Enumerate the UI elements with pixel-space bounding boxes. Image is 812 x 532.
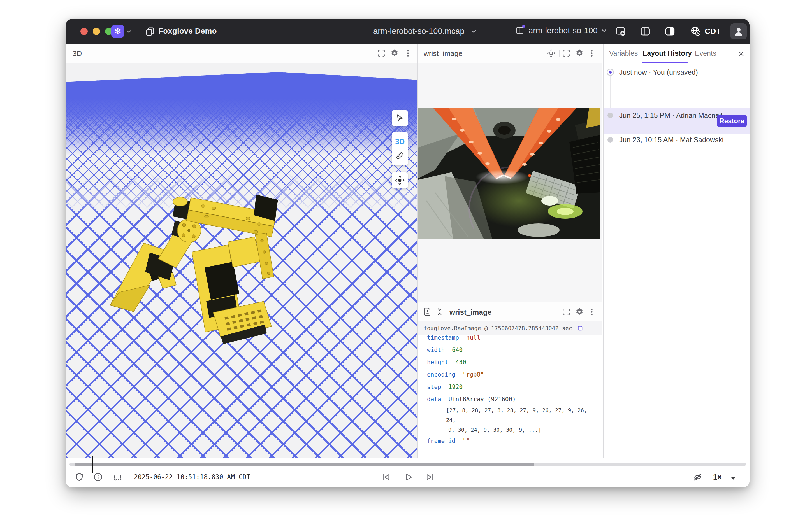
- scene-tools-card: 3D: [392, 132, 408, 165]
- scene-mode-3d-button[interactable]: 3D: [395, 137, 405, 146]
- fullscreen-icon[interactable]: [562, 308, 571, 317]
- playback-timestamp[interactable]: 2025-06-22 10:51:18.830 AM CDT: [134, 473, 250, 481]
- panel-title-raw-messages: wrist_image: [449, 308, 491, 317]
- pointer-tool-button[interactable]: [392, 110, 408, 126]
- loop-playback-off-button[interactable]: [692, 471, 704, 483]
- seek-forward-button[interactable]: [424, 471, 436, 483]
- foxglove-logo[interactable]: ✻: [111, 25, 124, 38]
- layout-name: arm-lerobot-so-100: [528, 26, 598, 35]
- panel-title-wrist-image: wrist_image: [424, 49, 463, 58]
- add-panel-button[interactable]: [614, 25, 627, 38]
- wrist-image-panel-body[interactable]: [418, 63, 603, 321]
- data-source-name: arm-lerobot-so-100.mcap: [373, 27, 465, 36]
- tab-variables[interactable]: Variables: [609, 49, 638, 57]
- close-window-button[interactable]: [81, 28, 88, 35]
- raw-field-value: 480: [455, 359, 466, 366]
- sidebar-tabs: Variables Layout History Events: [604, 44, 750, 63]
- raw-field-key[interactable]: data: [427, 396, 441, 403]
- settings-gear-icon[interactable]: [575, 49, 584, 58]
- fullscreen-icon[interactable]: [377, 49, 386, 58]
- toggle-right-sidebar-button[interactable]: [664, 25, 676, 38]
- panel-title-3d: 3D: [73, 49, 82, 58]
- raw-field-row: frame_id "": [427, 435, 598, 447]
- wrist-camera-image: [418, 108, 599, 239]
- settings-gear-icon[interactable]: [390, 49, 399, 58]
- history-current-dot: [607, 69, 614, 76]
- camera-orbit-button[interactable]: [392, 172, 408, 189]
- raw-field-key[interactable]: step: [427, 384, 441, 390]
- layout-chevron-down-icon: [601, 29, 607, 32]
- user-avatar-button[interactable]: [730, 23, 747, 40]
- timeline-scrubber[interactable]: [70, 463, 746, 466]
- layout-selector[interactable]: arm-lerobot-so-100: [515, 26, 607, 35]
- fit-view-icon[interactable]: [547, 49, 556, 58]
- raw-field-key[interactable]: height: [427, 359, 448, 366]
- layers-icon: [145, 27, 155, 37]
- raw-field-key[interactable]: width: [427, 346, 445, 353]
- raw-field-value: null: [466, 334, 480, 341]
- raw-data-array-line: [27, 8, 28, 27, 8, 28, 27, 9, 26, 27, 9,…: [446, 405, 598, 425]
- panel-menu-kebab-icon[interactable]: [404, 49, 413, 58]
- foxglove-logo-icon: ✻: [114, 27, 121, 36]
- timezone-control[interactable]: CDT: [690, 26, 721, 37]
- globe-clock-icon: [690, 26, 701, 37]
- tab-layout-history[interactable]: Layout History: [643, 49, 692, 57]
- raw-field-row: timestamp null: [427, 331, 598, 344]
- header-separator: [559, 49, 560, 57]
- panel-menu-kebab-icon[interactable]: [588, 308, 596, 317]
- speed-dropdown-caret-icon[interactable]: [727, 472, 739, 484]
- close-sidebar-icon[interactable]: [738, 50, 745, 57]
- playback-speed-label[interactable]: 1×: [713, 473, 722, 482]
- panel-header-3d[interactable]: 3D: [66, 44, 418, 63]
- playback-bar: 2025-06-22 10:51:18.830 AM CDT 1×: [66, 458, 750, 487]
- raw-field-key[interactable]: frame_id: [427, 438, 455, 444]
- raw-field-value: "rgb8": [463, 371, 484, 378]
- app-title: Foxglove Demo: [158, 27, 217, 35]
- history-item-label: Just now · You (unsaved): [619, 68, 698, 76]
- person-icon: [733, 26, 744, 37]
- measure-tool-button[interactable]: [395, 151, 404, 160]
- timezone-label: CDT: [705, 27, 721, 36]
- panel-header-wrist-image[interactable]: wrist_image: [418, 44, 603, 63]
- 3d-viewport[interactable]: 3D: [66, 63, 418, 458]
- tab-events[interactable]: Events: [695, 49, 716, 57]
- history-dot: [607, 113, 613, 118]
- collapse-all-icon[interactable]: [435, 308, 445, 316]
- app-window: ✻ Foxglove Demo arm-lerobot-so-100.mcap …: [66, 19, 750, 487]
- orbit-icon: [395, 176, 405, 185]
- panel-menu-kebab-icon[interactable]: [588, 49, 596, 58]
- fullscreen-icon[interactable]: [562, 49, 571, 58]
- toggle-left-sidebar-button[interactable]: [639, 25, 651, 38]
- titlebar: ✻ Foxglove Demo arm-lerobot-so-100.mcap …: [66, 19, 750, 44]
- shield-icon[interactable]: [73, 471, 85, 483]
- minimize-window-button[interactable]: [93, 28, 100, 35]
- raw-field-row: width 640: [427, 344, 598, 356]
- seek-backward-button[interactable]: [380, 471, 392, 483]
- raw-field-value: "": [463, 438, 469, 444]
- copy-message-icon[interactable]: [576, 324, 583, 331]
- robot-arm-model[interactable]: [108, 193, 283, 344]
- loop-region-icon[interactable]: [112, 471, 124, 483]
- settings-gear-icon[interactable]: [575, 308, 584, 317]
- info-icon[interactable]: [92, 471, 104, 483]
- raw-data-array-preview: [27, 8, 28, 27, 8, 28, 27, 9, 26, 27, 9,…: [446, 405, 598, 435]
- timeline-loaded-range: [75, 463, 534, 466]
- play-button[interactable]: [402, 471, 415, 483]
- raw-field-value: 1920: [449, 384, 463, 390]
- history-item-label: Jun 23, 10:15 AM · Mat Sadowski: [619, 136, 723, 144]
- raw-field-key[interactable]: encoding: [427, 371, 455, 378]
- left-sidebar-icon: [640, 26, 651, 37]
- restore-button[interactable]: Restore: [717, 115, 747, 127]
- right-sidebar-icon: [664, 26, 676, 37]
- raw-data-array-line: 9, 30, 24, 9, 30, 30, 9, ...]: [448, 425, 598, 435]
- raw-field-key[interactable]: timestamp: [427, 334, 459, 341]
- data-source-selector[interactable]: arm-lerobot-so-100.mcap: [373, 27, 476, 36]
- add-panel-icon: [615, 26, 626, 37]
- desktop-background: ✻ Foxglove Demo arm-lerobot-so-100.mcap …: [0, 0, 812, 532]
- layout-icon: [515, 26, 524, 35]
- panel-header-raw-messages[interactable]: wrist_image: [418, 302, 603, 322]
- timeline-playhead[interactable]: [92, 456, 93, 473]
- raw-messages-panel-icon: [423, 307, 432, 316]
- raw-field-row: step 1920: [427, 381, 598, 393]
- app-menu-chevron-down-icon[interactable]: [126, 30, 131, 33]
